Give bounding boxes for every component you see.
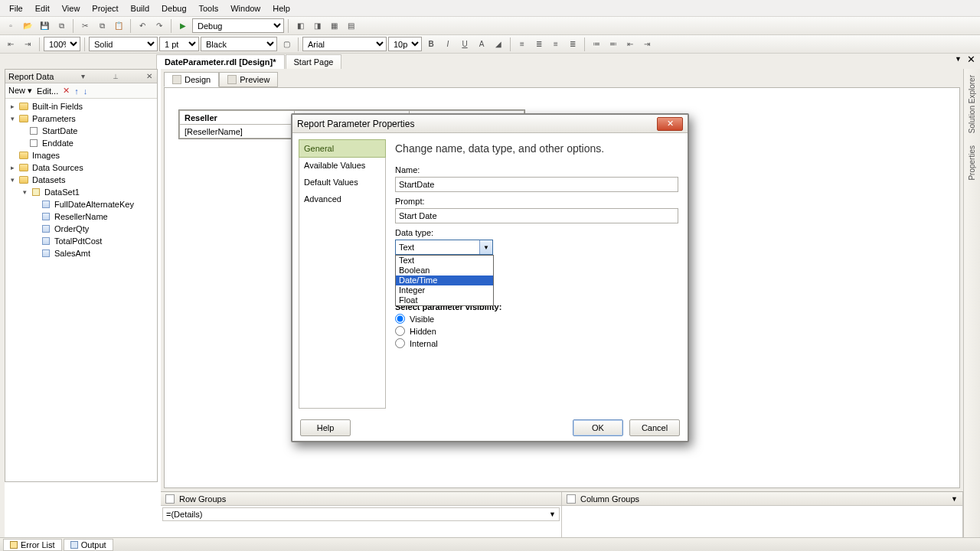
subtab-preview[interactable]: Preview bbox=[219, 72, 278, 87]
report-data-tree[interactable]: ▸Built-in Fields ▾Parameters StartDate E… bbox=[5, 99, 157, 481]
prompt-input[interactable] bbox=[395, 208, 678, 223]
toolbar-misc-3-icon[interactable]: ▦ bbox=[326, 18, 341, 34]
solution-explorer-tab[interactable]: Solution Explorer bbox=[968, 69, 976, 139]
align-right-icon[interactable]: ≡ bbox=[548, 37, 564, 52]
align-center-icon[interactable]: ≣ bbox=[531, 37, 547, 52]
menu-debug[interactable]: Debug bbox=[155, 2, 192, 15]
error-list-tab[interactable]: Error List bbox=[3, 539, 62, 551]
line-style-combo[interactable]: Solid bbox=[89, 37, 158, 51]
doc-tab-active[interactable]: DateParameter.rdl [Design]* bbox=[156, 54, 285, 69]
chevron-down-icon[interactable]: ▼ bbox=[479, 240, 492, 254]
datatype-opt-integer[interactable]: Integer bbox=[396, 285, 493, 295]
datatype-opt-datetime[interactable]: Date/Time bbox=[396, 276, 493, 285]
undo-icon[interactable]: ↶ bbox=[135, 18, 150, 34]
open-icon[interactable]: 📂 bbox=[20, 18, 35, 34]
save-icon[interactable]: 💾 bbox=[37, 18, 52, 34]
justify-icon[interactable]: ≣ bbox=[565, 37, 580, 52]
menu-window[interactable]: Window bbox=[224, 2, 266, 15]
new-item-icon[interactable]: ▫ bbox=[3, 18, 18, 34]
menu-file[interactable]: File bbox=[3, 2, 29, 15]
nav-available-values[interactable]: Available Values bbox=[299, 157, 385, 174]
fill-color-icon[interactable]: ▢ bbox=[279, 37, 294, 52]
save-all-icon[interactable]: ⧉ bbox=[54, 18, 69, 34]
bg-color-icon[interactable]: ◢ bbox=[491, 37, 506, 52]
datatype-opt-float[interactable]: Float bbox=[396, 295, 493, 305]
align-left-icon[interactable]: ≡ bbox=[514, 37, 530, 52]
nav-general[interactable]: General bbox=[299, 139, 386, 158]
new-dropdown[interactable]: New ▾ bbox=[8, 86, 32, 96]
row-group-details[interactable]: = (Details)▼ bbox=[162, 507, 560, 521]
line-color-combo[interactable]: Black bbox=[201, 37, 277, 51]
tree-field-2[interactable]: OrderQty bbox=[53, 224, 89, 233]
toolbar-misc-2-icon[interactable]: ◨ bbox=[309, 18, 325, 34]
indent-icon[interactable]: ⇥ bbox=[639, 37, 655, 52]
edit-button[interactable]: Edit... bbox=[37, 86, 58, 96]
tab-overflow-icon[interactable]: ▼ bbox=[955, 55, 962, 63]
menu-edit[interactable]: Edit bbox=[29, 2, 56, 15]
tree-images[interactable]: Images bbox=[31, 151, 60, 160]
menu-project[interactable]: Project bbox=[86, 2, 124, 15]
font-size-combo[interactable]: 10pt bbox=[388, 37, 422, 51]
properties-tab[interactable]: Properties bbox=[968, 139, 976, 187]
tree-param-startdate[interactable]: StartDate bbox=[41, 126, 77, 135]
line-weight-combo[interactable]: 1 pt bbox=[159, 37, 199, 51]
cancel-button[interactable]: Cancel bbox=[629, 419, 680, 436]
ok-button[interactable]: OK bbox=[573, 419, 623, 436]
panel-close-icon[interactable]: ✕ bbox=[145, 72, 154, 80]
datatype-opt-boolean[interactable]: Boolean bbox=[396, 266, 493, 276]
tree-parameters[interactable]: Parameters bbox=[31, 114, 76, 123]
tree-field-4[interactable]: SalesAmt bbox=[53, 249, 90, 258]
move-up-icon[interactable]: ↑ bbox=[74, 86, 79, 96]
nav-advanced[interactable]: Advanced bbox=[299, 191, 385, 207]
copy-icon[interactable]: ⧉ bbox=[94, 18, 109, 34]
nav-default-values[interactable]: Default Values bbox=[299, 174, 385, 191]
panel-pin-icon[interactable]: ⟂ bbox=[112, 72, 119, 80]
align2-icon[interactable]: ⇥ bbox=[20, 37, 35, 52]
list-number-icon[interactable]: ≕ bbox=[606, 37, 621, 52]
row-group-dropdown-icon[interactable]: ▼ bbox=[549, 510, 556, 518]
zoom-combo[interactable]: 100% bbox=[44, 37, 80, 51]
datatype-combo[interactable]: Text ▼ Text Boolean Date/Time Integer Fl… bbox=[395, 240, 493, 255]
bold-icon[interactable]: B bbox=[423, 37, 439, 52]
dialog-titlebar[interactable]: Report Parameter Properties ✕ bbox=[292, 115, 688, 133]
outdent-icon[interactable]: ⇤ bbox=[622, 37, 638, 52]
tree-datasets[interactable]: Datasets bbox=[31, 175, 65, 184]
name-input[interactable] bbox=[395, 177, 678, 192]
tree-builtin[interactable]: Built-in Fields bbox=[31, 102, 83, 111]
menu-view[interactable]: View bbox=[56, 2, 87, 15]
subtab-design[interactable]: Design bbox=[164, 72, 219, 87]
doc-tab-startpage[interactable]: Start Page bbox=[286, 54, 342, 69]
vis-internal[interactable]: Internal bbox=[395, 338, 678, 348]
font-color-icon[interactable]: A bbox=[474, 37, 489, 52]
menu-build[interactable]: Build bbox=[125, 2, 155, 15]
delete-icon[interactable]: ✕ bbox=[63, 86, 70, 96]
tablix-cell[interactable]: [ResellerName] bbox=[180, 125, 295, 139]
debug-config-combo[interactable]: Debug bbox=[192, 18, 284, 33]
tree-field-0[interactable]: FullDateAlternateKey bbox=[53, 200, 134, 209]
cut-icon[interactable]: ✂ bbox=[77, 18, 93, 34]
italic-icon[interactable]: I bbox=[440, 37, 456, 52]
redo-icon[interactable]: ↷ bbox=[152, 18, 167, 34]
vis-hidden[interactable]: Hidden bbox=[395, 326, 678, 336]
tree-field-1[interactable]: ResellerName bbox=[53, 212, 108, 221]
tree-param-enddate[interactable]: Enddate bbox=[41, 139, 74, 148]
font-combo[interactable]: Arial bbox=[302, 37, 387, 51]
tablix-header[interactable]: Reseller bbox=[180, 111, 295, 125]
output-tab[interactable]: Output bbox=[64, 539, 113, 551]
toolbar-misc-4-icon[interactable]: ▤ bbox=[343, 18, 358, 34]
col-groups-dropdown-icon[interactable]: ▼ bbox=[951, 495, 958, 503]
underline-icon[interactable]: U bbox=[457, 37, 472, 52]
tree-datasources[interactable]: Data Sources bbox=[31, 163, 83, 172]
datatype-opt-text[interactable]: Text bbox=[396, 256, 493, 266]
paste-icon[interactable]: 📋 bbox=[111, 18, 126, 34]
tree-field-3[interactable]: TotalPdtCost bbox=[53, 236, 102, 246]
tree-dataset1[interactable]: DataSet1 bbox=[43, 187, 80, 197]
dialog-close-button[interactable]: ✕ bbox=[657, 117, 683, 131]
list-bullet-icon[interactable]: ≔ bbox=[589, 37, 604, 52]
panel-dropdown-icon[interactable]: ▾ bbox=[80, 72, 87, 80]
help-button[interactable]: Help bbox=[300, 419, 351, 436]
start-debug-icon[interactable]: ▶ bbox=[175, 18, 191, 34]
align-icon[interactable]: ⇤ bbox=[3, 37, 18, 52]
toolbar-misc-1-icon[interactable]: ◧ bbox=[292, 18, 308, 34]
vis-visible[interactable]: Visible bbox=[395, 314, 678, 324]
